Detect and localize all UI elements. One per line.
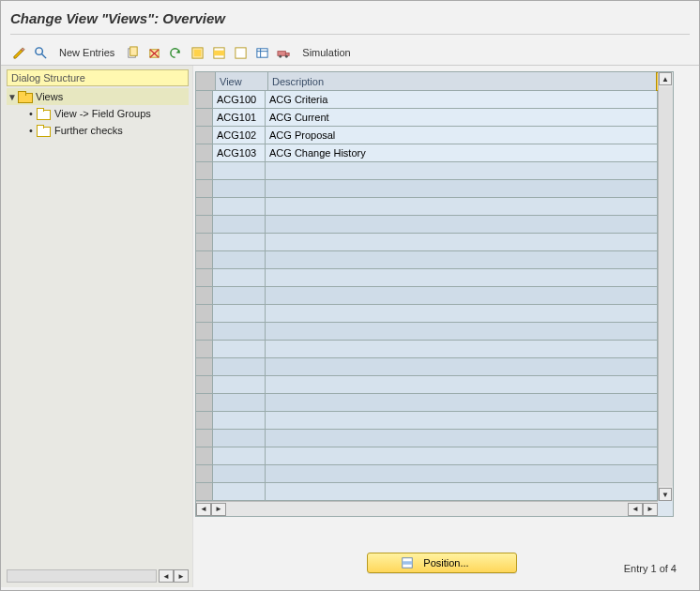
table-settings-icon[interactable] <box>253 44 271 61</box>
select-block-icon[interactable] <box>210 44 228 61</box>
cell-view[interactable]: ACG103 <box>213 144 266 162</box>
table-row-empty[interactable] <box>196 430 658 447</box>
table-row[interactable]: ACG103ACG Change History <box>196 144 658 162</box>
tree-node-views[interactable]: ▼ Views <box>7 88 189 105</box>
table-row-empty[interactable] <box>196 287 658 305</box>
cell-description[interactable]: ACG Change History <box>266 144 658 162</box>
grid-vertical-scrollbar[interactable]: ▲ ▼ <box>658 72 673 501</box>
cell-view[interactable] <box>213 358 266 376</box>
scroll-down-icon[interactable]: ▼ <box>659 488 672 501</box>
row-selector[interactable] <box>196 358 213 376</box>
cell-description[interactable]: ACG Proposal <box>266 127 658 144</box>
row-selector[interactable] <box>196 216 213 234</box>
cell-description[interactable] <box>266 394 658 412</box>
cell-view[interactable]: ACG101 <box>213 109 266 127</box>
table-row-empty[interactable] <box>196 447 658 465</box>
delete-icon[interactable] <box>145 44 163 61</box>
scroll-right-icon[interactable]: ► <box>643 503 658 516</box>
row-selector-header[interactable] <box>196 72 216 91</box>
row-selector[interactable] <box>196 162 213 180</box>
cell-view[interactable] <box>213 234 266 251</box>
cell-view[interactable] <box>213 394 266 412</box>
row-selector[interactable] <box>196 91 213 109</box>
cell-description[interactable] <box>266 287 658 305</box>
cell-description[interactable] <box>266 180 658 198</box>
cell-description[interactable] <box>266 162 658 180</box>
row-selector[interactable] <box>196 341 213 358</box>
row-selector[interactable] <box>196 109 213 127</box>
cell-view[interactable] <box>213 376 266 394</box>
find-icon[interactable] <box>32 44 50 61</box>
cell-description[interactable] <box>266 447 658 465</box>
row-selector[interactable] <box>196 323 213 341</box>
cell-view[interactable] <box>213 162 266 180</box>
cell-view[interactable] <box>213 180 266 198</box>
column-header-description[interactable]: Description <box>268 72 658 91</box>
cell-description[interactable]: ACG Criteria <box>266 91 658 109</box>
cell-view[interactable]: ACG100 <box>213 91 266 109</box>
table-row[interactable]: ACG101ACG Current <box>196 109 658 127</box>
expand-collapse-icon[interactable]: ▼ <box>7 92 18 102</box>
scroll-right-icon[interactable]: ► <box>174 569 189 583</box>
row-selector[interactable] <box>196 251 213 269</box>
row-selector[interactable] <box>196 412 213 430</box>
row-selector[interactable] <box>196 376 213 394</box>
cell-view[interactable] <box>213 287 266 305</box>
row-selector[interactable] <box>196 269 213 287</box>
scroll-left-icon[interactable]: ◄ <box>196 503 211 516</box>
table-row-empty[interactable] <box>196 180 658 198</box>
cell-view[interactable] <box>213 305 266 323</box>
table-row-empty[interactable] <box>196 483 658 501</box>
cell-description[interactable] <box>266 216 658 234</box>
cell-view[interactable] <box>213 430 266 447</box>
cell-description[interactable] <box>266 251 658 269</box>
row-selector[interactable] <box>196 305 213 323</box>
tree-horizontal-scrollbar[interactable]: ◄ ► <box>7 568 189 583</box>
new-entries-button[interactable]: New Entries <box>53 47 120 58</box>
cell-description[interactable] <box>266 483 658 501</box>
table-row-empty[interactable] <box>196 269 658 287</box>
row-selector[interactable] <box>196 127 213 144</box>
deselect-all-icon[interactable] <box>232 44 250 61</box>
cell-description[interactable] <box>266 412 658 430</box>
cell-view[interactable] <box>213 465 266 483</box>
select-all-icon[interactable] <box>189 44 206 61</box>
undo-icon[interactable] <box>167 44 185 61</box>
scroll-left-icon[interactable]: ◄ <box>628 503 643 516</box>
tree-node-further-checks[interactable]: • Further checks <box>7 122 189 139</box>
table-row-empty[interactable] <box>196 234 658 251</box>
column-header-view[interactable]: View <box>216 72 268 91</box>
row-selector[interactable] <box>196 234 213 251</box>
cell-view[interactable] <box>213 412 266 430</box>
cell-view[interactable] <box>213 198 266 216</box>
table-row-empty[interactable] <box>196 162 658 180</box>
cell-view[interactable] <box>213 269 266 287</box>
scroll-right-icon[interactable]: ► <box>211 503 226 516</box>
cell-description[interactable] <box>266 234 658 251</box>
table-row-empty[interactable] <box>196 358 658 376</box>
cell-description[interactable] <box>266 358 658 376</box>
cell-view[interactable] <box>213 216 266 234</box>
cell-description[interactable] <box>266 269 658 287</box>
row-selector[interactable] <box>196 430 213 447</box>
row-selector[interactable] <box>196 198 213 216</box>
transport-icon[interactable] <box>275 44 293 61</box>
scroll-up-icon[interactable]: ▲ <box>659 72 672 85</box>
table-row-empty[interactable] <box>196 376 658 394</box>
table-row-empty[interactable] <box>196 394 658 412</box>
cell-view[interactable] <box>213 323 266 341</box>
table-row-empty[interactable] <box>196 412 658 430</box>
cell-view[interactable] <box>213 251 266 269</box>
cell-view[interactable] <box>213 341 266 358</box>
cell-description[interactable] <box>266 305 658 323</box>
row-selector[interactable] <box>196 144 213 162</box>
table-row-empty[interactable] <box>196 216 658 234</box>
cell-view[interactable] <box>213 447 266 465</box>
row-selector[interactable] <box>196 465 213 483</box>
cell-description[interactable] <box>266 198 658 216</box>
table-row[interactable]: ACG102ACG Proposal <box>196 127 658 144</box>
cell-description[interactable] <box>266 430 658 447</box>
row-selector[interactable] <box>196 447 213 465</box>
simulation-button[interactable]: Simulation <box>297 47 356 58</box>
table-row-empty[interactable] <box>196 305 658 323</box>
